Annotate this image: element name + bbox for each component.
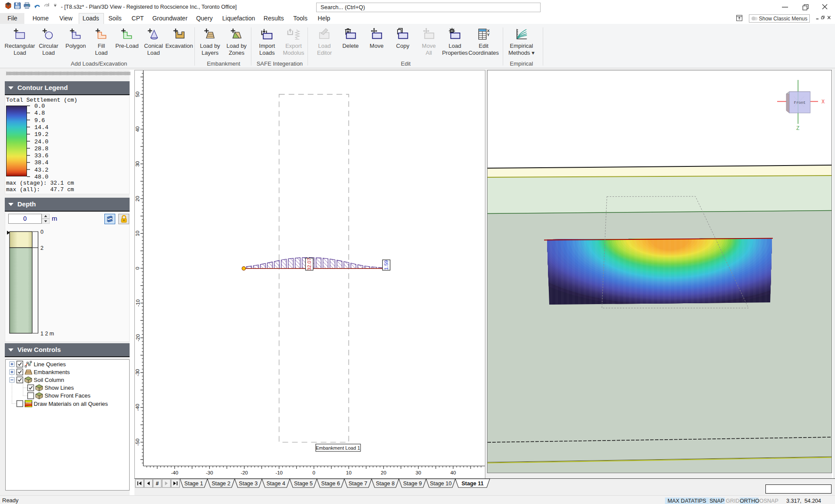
svg-text:38.4: 38.4 — [34, 159, 48, 166]
svg-text:4.8: 4.8 — [34, 110, 45, 116]
svg-text:-30: -30 — [206, 470, 213, 475]
svg-text:30: 30 — [135, 161, 140, 167]
svg-text:19.2: 19.2 — [34, 131, 48, 138]
svg-text:-10: -10 — [135, 299, 140, 307]
svg-text:0: 0 — [135, 267, 140, 269]
svg-text:-20: -20 — [135, 334, 140, 342]
svg-text:Stage 11: Stage 11 — [461, 481, 484, 487]
svg-text:48.0: 48.0 — [34, 174, 48, 180]
svg-text:Soil Column: Soil Column — [34, 377, 64, 383]
svg-text:Stage 10: Stage 10 — [430, 481, 451, 487]
svg-text:24.0: 24.0 — [34, 139, 48, 145]
svg-text:-40: -40 — [135, 404, 140, 411]
svg-text:40: 40 — [135, 126, 140, 132]
svg-text:14.4: 14.4 — [34, 124, 48, 131]
svg-text:-40: -40 — [171, 470, 178, 475]
svg-text:-10: -10 — [275, 470, 283, 475]
svg-text:10: 10 — [135, 231, 140, 236]
svg-text:Embankments: Embankments — [34, 369, 70, 375]
svg-text:28.8: 28.8 — [34, 146, 48, 152]
svg-text:0.0: 0.0 — [34, 103, 45, 109]
svg-text:0: 0 — [40, 229, 43, 235]
svg-text:1.59: 1.59 — [384, 260, 389, 270]
svg-text:Stage 5: Stage 5 — [294, 481, 313, 487]
svg-text:Stage 2: Stage 2 — [212, 481, 230, 487]
svg-text:Z: Z — [796, 126, 799, 132]
svg-text:10: 10 — [346, 470, 352, 475]
svg-text:Stage 8: Stage 8 — [376, 481, 394, 487]
svg-text:Stage 4: Stage 4 — [267, 481, 285, 487]
svg-text:33.6: 33.6 — [34, 153, 48, 159]
svg-text:X: X — [822, 99, 825, 105]
svg-text:Stage 1: Stage 1 — [184, 481, 203, 487]
svg-text:40: 40 — [451, 470, 456, 475]
svg-text:20: 20 — [135, 196, 140, 202]
svg-text:Y: Y — [487, 33, 489, 37]
svg-text:Draw Materials on all Queries: Draw Materials on all Queries — [34, 401, 108, 407]
svg-text:20: 20 — [381, 470, 387, 475]
svg-text:-20: -20 — [240, 470, 248, 475]
svg-text:2: 2 — [40, 245, 43, 251]
svg-text:Show Lines: Show Lines — [45, 385, 74, 391]
svg-text:43.2: 43.2 — [34, 167, 48, 173]
svg-text:30: 30 — [416, 470, 421, 475]
svg-text:Stage 6: Stage 6 — [321, 481, 340, 487]
svg-text:Front: Front — [794, 101, 805, 105]
svg-text:0: 0 — [313, 470, 315, 475]
svg-text:Line Queries: Line Queries — [34, 361, 66, 368]
svg-text:9.6: 9.6 — [34, 117, 45, 124]
svg-text:-30: -30 — [135, 369, 140, 376]
svg-text:Stage 9: Stage 9 — [403, 481, 422, 487]
svg-text:50: 50 — [135, 92, 140, 97]
svg-text:1 2 m: 1 2 m — [40, 331, 54, 337]
svg-text:Show Front Faces: Show Front Faces — [45, 392, 91, 399]
svg-text:Embankment Load 1: Embankment Load 1 — [316, 445, 360, 451]
svg-text:-50: -50 — [135, 438, 140, 446]
svg-text:#: # — [156, 481, 159, 487]
svg-text:Stage 7: Stage 7 — [348, 481, 367, 487]
svg-text:Stage 3: Stage 3 — [239, 481, 257, 487]
svg-text:32.07: 32.07 — [307, 258, 312, 271]
